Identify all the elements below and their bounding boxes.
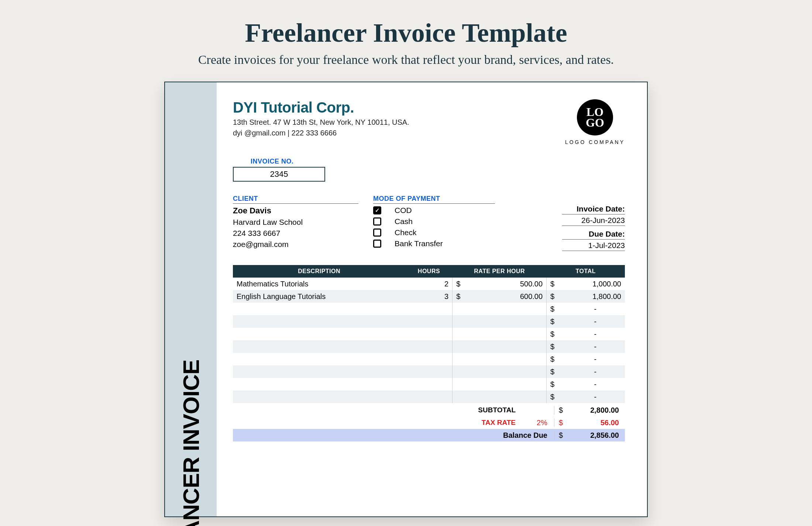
client-heading: CLIENT	[233, 195, 358, 204]
cell-rate	[479, 328, 547, 340]
table-row: $-	[233, 378, 625, 391]
cell-hours	[405, 353, 452, 365]
cell-description	[233, 391, 405, 403]
cell-rate-currency: $	[453, 290, 479, 303]
cell-rate	[479, 391, 547, 403]
cell-rate: 500.00	[479, 278, 547, 290]
balance-label: Balance Due	[426, 431, 554, 440]
client-org: Harvard Law School	[233, 218, 358, 227]
client-email: zoe@gmail.com	[233, 240, 358, 249]
cell-total-currency: $	[547, 365, 566, 378]
table-row: $-	[233, 328, 625, 340]
tax-currency: $	[554, 419, 566, 427]
cell-rate-currency	[453, 303, 479, 315]
cell-total: -	[565, 315, 625, 328]
cell-total-currency: $	[547, 391, 566, 403]
tax-value: 56.00	[566, 419, 625, 427]
cell-total: 1,800.00	[565, 290, 625, 303]
table-row: $-	[233, 315, 625, 328]
checkbox-icon[interactable]	[373, 228, 381, 237]
cell-hours	[405, 303, 452, 315]
cell-total-currency: $	[547, 340, 566, 353]
table-row: $-	[233, 365, 625, 378]
dates-block: Invoice Date: 26-Jun-2023 Due Date: 1-Ju…	[510, 195, 625, 255]
invoice-document: FREELANCER INVOICE DYI Tutorial Corp. 13…	[164, 82, 648, 517]
cell-hours: 2	[405, 278, 452, 290]
cell-total: -	[565, 353, 625, 365]
table-row: $-	[233, 303, 625, 315]
due-date-label: Due Date:	[562, 230, 625, 240]
cell-total: -	[565, 378, 625, 391]
payment-block: MODE OF PAYMENT ✓CODCashCheckBank Transf…	[373, 195, 495, 255]
cell-rate-currency	[453, 315, 479, 328]
invoice-no-value: 2345	[233, 167, 325, 182]
subtotal-label: SUBTOTAL	[426, 406, 522, 414]
cell-description	[233, 378, 405, 391]
cell-rate	[479, 303, 547, 315]
table-row: $-	[233, 340, 625, 353]
invoice-date-label: Invoice Date:	[562, 204, 625, 214]
cell-total: -	[565, 365, 625, 378]
table-row: English Language Tutorials3$600.00$1,800…	[233, 290, 625, 303]
payment-option: Bank Transfer	[373, 239, 495, 248]
cell-rate	[479, 365, 547, 378]
payment-option-label: Check	[395, 228, 417, 237]
cell-description	[233, 365, 405, 378]
page-title: Freelancer Invoice Template	[0, 18, 812, 48]
tax-pct: 2%	[522, 419, 554, 427]
cell-rate	[479, 378, 547, 391]
checkbox-icon[interactable]	[373, 217, 381, 226]
th-hours: HOURS	[405, 265, 452, 278]
cell-hours	[405, 391, 452, 403]
page-subtitle: Create invoices for your freelance work …	[0, 53, 812, 67]
cell-total-currency: $	[547, 378, 566, 391]
cell-rate-currency	[453, 378, 479, 391]
cell-total-currency: $	[547, 278, 566, 290]
cell-rate	[479, 340, 547, 353]
tax-label: TAX RATE	[426, 419, 522, 427]
invoice-no-block: INVOICE NO. 2345	[233, 158, 625, 182]
company-contact: dyi @gmail.com | 222 333 6666	[233, 129, 409, 137]
cell-total: 1,000.00	[565, 278, 625, 290]
checkbox-icon[interactable]	[373, 240, 381, 248]
company-block: DYI Tutorial Corp. 13th Street. 47 W 13t…	[233, 99, 409, 137]
cell-rate-currency	[453, 328, 479, 340]
cell-rate	[479, 353, 547, 365]
logo: LO GO LOGO COMPANY	[565, 99, 625, 145]
payment-option-label: COD	[395, 206, 412, 215]
summary: SUBTOTAL $ 2,800.00 TAX RATE 2% $ 56.00 …	[233, 404, 625, 441]
cell-hours	[405, 340, 452, 353]
invoice-date-value: 26-Jun-2023	[562, 216, 625, 226]
cell-description	[233, 340, 405, 353]
cell-rate-currency	[453, 340, 479, 353]
sidebar-label: FREELANCER INVOICE	[178, 360, 204, 526]
client-block: CLIENT Zoe Davis Harvard Law School 224 …	[233, 195, 358, 255]
table-row: Mathematics Tutorials2$500.00$1,000.00	[233, 278, 625, 290]
cell-total-currency: $	[547, 328, 566, 340]
logo-caption: LOGO COMPANY	[565, 139, 625, 145]
th-total: TOTAL	[547, 265, 625, 278]
balance-value: 2,856.00	[566, 431, 625, 440]
cell-total-currency: $	[547, 353, 566, 365]
cell-hours	[405, 378, 452, 391]
cell-description	[233, 315, 405, 328]
cell-total: -	[565, 303, 625, 315]
cell-rate-currency	[453, 365, 479, 378]
checkbox-icon[interactable]: ✓	[373, 206, 381, 214]
cell-total-currency: $	[547, 315, 566, 328]
subtotal-value: 2,800.00	[566, 406, 625, 415]
payment-option: Cash	[373, 217, 495, 226]
cell-description	[233, 353, 405, 365]
cell-rate-currency: $	[453, 278, 479, 290]
cell-rate: 600.00	[479, 290, 547, 303]
cell-description: English Language Tutorials	[233, 290, 405, 303]
invoice-no-label: INVOICE NO.	[251, 158, 625, 165]
payment-option-label: Cash	[395, 217, 413, 226]
cell-hours	[405, 315, 452, 328]
cell-rate-currency	[453, 391, 479, 403]
payment-option: ✓COD	[373, 206, 495, 215]
invoice-body: DYI Tutorial Corp. 13th Street. 47 W 13t…	[217, 82, 647, 516]
logo-icon: LO GO	[577, 99, 613, 135]
items-table: DESCRIPTION HOURS RATE PER HOUR TOTAL Ma…	[233, 265, 625, 403]
cell-total: -	[565, 340, 625, 353]
